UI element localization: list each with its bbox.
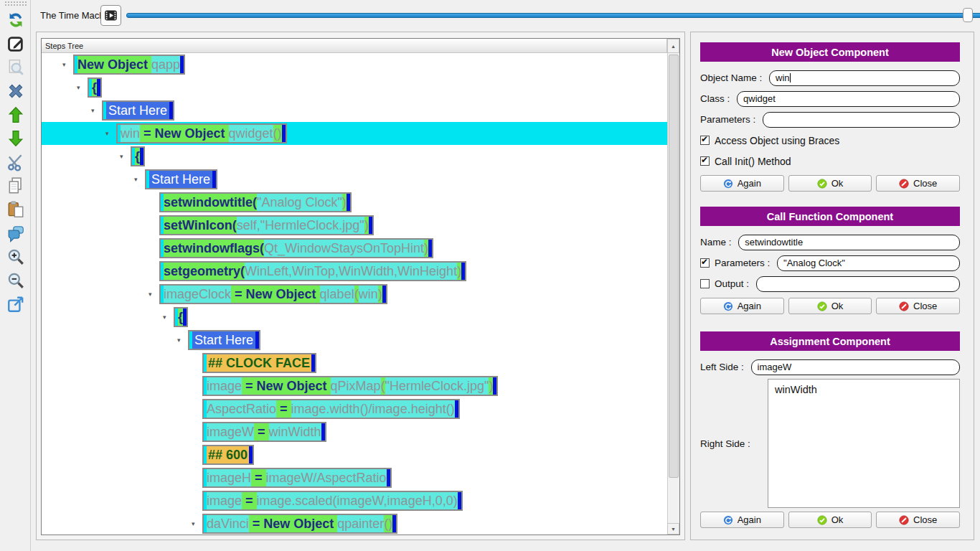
expand-arrow-icon[interactable]: ▾ — [134, 176, 138, 183]
expand-arrow-icon[interactable]: ▾ — [77, 84, 80, 91]
tree-item[interactable]: setwindowflags(Qt_WindowStaysOnTopHint) — [159, 238, 433, 258]
expand-arrow-icon[interactable]: ▾ — [163, 314, 166, 321]
expand-arrow-icon[interactable]: ▾ — [62, 61, 66, 68]
tree-item[interactable]: imageW = winWidth — [202, 422, 326, 442]
token-kw: setwindowtitle( — [164, 194, 257, 211]
tree-item[interactable]: win = New Object qwidget() — [116, 123, 287, 143]
edit-icon[interactable] — [6, 34, 26, 54]
tree-item[interactable]: New Object qapp — [73, 55, 185, 75]
move-down-icon[interactable] — [6, 128, 26, 149]
output-input[interactable] — [756, 276, 960, 292]
tree-item[interactable]: imageClock = New Object qlabel(win) — [159, 284, 387, 304]
tree-item[interactable]: { — [88, 77, 102, 98]
move-up-icon[interactable] — [6, 105, 26, 125]
access-braces-checkbox[interactable] — [700, 136, 710, 145]
tree-row[interactable]: ▾New Object qapp — [42, 53, 667, 76]
new-object-close-button[interactable]: Close — [876, 175, 960, 192]
tree-row[interactable]: ## 600 — [42, 443, 667, 466]
expand-arrow-icon[interactable]: ▾ — [120, 153, 123, 160]
tree-item[interactable]: daVinci = New Object qpainter() — [202, 514, 397, 534]
tree-row[interactable]: ▾win = New Object qwidget() — [42, 122, 667, 145]
toolbar-grip[interactable] — [5, 1, 27, 6]
expand-arrow-icon[interactable]: ▾ — [149, 291, 152, 298]
tree-item[interactable]: Start Here — [188, 330, 260, 350]
tree-row[interactable]: ▾daVinci = New Object qpainter() — [42, 512, 667, 534]
tree-item[interactable]: image = New Object qPixMap("HermleClock.… — [202, 376, 498, 396]
tree-row[interactable]: ▾{ — [42, 145, 667, 168]
comments-icon[interactable] — [6, 223, 26, 243]
item-end-bar — [169, 102, 173, 119]
call-function-ok-button[interactable]: Ok — [788, 298, 872, 314]
timeline-slider-track[interactable] — [126, 13, 980, 18]
call-init-checkbox[interactable] — [700, 156, 710, 166]
left-side-input[interactable]: imageW — [751, 359, 960, 375]
tree-row[interactable]: ▾Start Here — [42, 329, 667, 352]
vertical-scrollbar[interactable]: ▼ — [667, 53, 679, 534]
object-name-input[interactable]: win — [769, 70, 960, 86]
timeline-slider-handle[interactable] — [963, 8, 973, 22]
tree-item[interactable]: setgeometry(WinLeft,WinTop,WinWidth,WinH… — [159, 261, 466, 281]
call-function-close-button[interactable]: Close — [876, 298, 960, 314]
copy-icon[interactable] — [6, 176, 26, 196]
tree-row[interactable]: ▾Start Here — [42, 168, 667, 191]
assignment-again-button[interactable]: Again — [700, 512, 784, 528]
token-val: WinLeft,WinTop,WinWidth,WinHeight — [245, 263, 457, 280]
tree-item[interactable]: setWinIcon(self,"HermleClock.jpg") — [159, 215, 374, 235]
tree-item[interactable]: ## 600 — [202, 445, 254, 465]
scroll-down-button[interactable]: ▼ — [667, 523, 679, 534]
tree-item[interactable]: { — [131, 146, 145, 166]
tree-row[interactable]: AspectRatio = image.width()/image.height… — [42, 397, 667, 420]
tree-row[interactable]: imageH = imageW/AspectRatio — [42, 466, 667, 489]
parameters-checkbox[interactable] — [700, 258, 710, 268]
tree-row[interactable]: setwindowflags(Qt_WindowStaysOnTopHint) — [42, 237, 667, 260]
function-name-input[interactable]: setwindowtitle — [738, 235, 960, 250]
run-steps-button[interactable] — [100, 5, 121, 26]
tree-row[interactable]: setwindowtitle("Analog Clock") — [42, 191, 667, 214]
expand-arrow-icon[interactable]: ▾ — [177, 336, 181, 344]
tree-row[interactable]: ## CLOCK FACE — [42, 352, 667, 375]
tree-item[interactable]: ## CLOCK FACE — [202, 353, 316, 373]
cut-icon[interactable] — [6, 152, 26, 172]
scroll-up-button[interactable]: ▲ — [667, 39, 679, 53]
call-function-again-button[interactable]: Again — [700, 298, 784, 314]
class-input[interactable]: qwidget — [737, 91, 960, 107]
zoom-out-icon[interactable] — [6, 270, 26, 291]
assignment-close-button[interactable]: Close — [876, 512, 960, 528]
expand-arrow-icon[interactable]: ▾ — [91, 107, 95, 114]
tree-item[interactable]: AspectRatio = image.width()/image.height… — [202, 399, 460, 419]
export-icon[interactable] — [6, 294, 26, 314]
tree-item[interactable]: Start Here — [102, 100, 174, 121]
parameters-input[interactable] — [763, 112, 960, 128]
tree-row[interactable]: ▾imageClock = New Object qlabel(win) — [42, 283, 667, 306]
tree-row[interactable]: image = New Object qPixMap("HermleClock.… — [42, 375, 667, 397]
tree-item[interactable]: { — [174, 307, 188, 327]
scrollbar-thumb[interactable] — [669, 55, 679, 478]
tree-item[interactable]: image = image.scaled(imageW,imageH,0,0) — [202, 491, 463, 511]
tree-row[interactable]: imageW = winWidth — [42, 420, 667, 443]
zoom-in-icon[interactable] — [6, 247, 26, 267]
new-object-again-button[interactable]: Again — [700, 175, 784, 192]
tree-row[interactable]: ▾{ — [42, 76, 667, 99]
search-document-icon[interactable] — [6, 57, 26, 77]
tree-row[interactable]: setgeometry(WinLeft,WinTop,WinWidth,WinH… — [42, 260, 667, 283]
expand-arrow-icon[interactable]: ▾ — [192, 520, 195, 527]
assignment-ok-button[interactable]: Ok — [788, 512, 872, 528]
paste-icon[interactable] — [6, 199, 26, 220]
tree-item[interactable]: imageH = imageW/AspectRatio — [202, 468, 392, 488]
output-checkbox[interactable] — [700, 279, 710, 288]
token-kw: = New Object — [140, 125, 229, 142]
new-object-ok-button[interactable]: Ok — [788, 175, 872, 192]
function-parameters-label: Parameters : — [715, 258, 773, 268]
tree-row[interactable]: setWinIcon(self,"HermleClock.jpg") — [42, 214, 667, 237]
delete-x-icon[interactable] — [6, 81, 26, 101]
function-parameters-input[interactable]: "Analog Clock" — [777, 255, 960, 271]
tree-item[interactable]: Start Here — [145, 169, 217, 189]
steps-tree-header: Steps Tree — [42, 39, 667, 53]
expand-arrow-icon[interactable]: ▾ — [105, 130, 109, 137]
tree-row[interactable]: ▾{ — [42, 306, 667, 329]
sync-icon[interactable] — [6, 10, 26, 30]
tree-item[interactable]: setwindowtitle("Analog Clock") — [159, 192, 352, 212]
tree-row[interactable]: ▾Start Here — [42, 99, 667, 122]
right-side-textarea[interactable]: winWidth — [768, 379, 960, 508]
tree-row[interactable]: image = image.scaled(imageW,imageH,0,0) — [42, 489, 667, 512]
